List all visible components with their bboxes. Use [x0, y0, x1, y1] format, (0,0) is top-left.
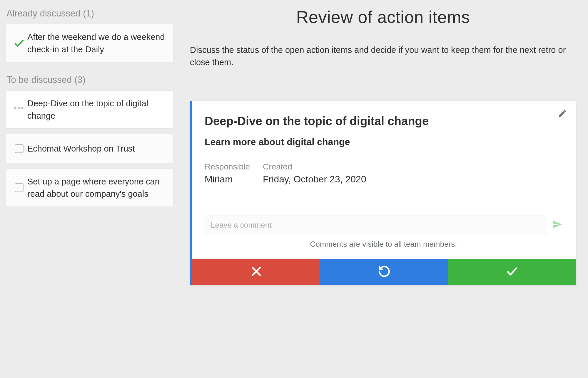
- comment-row: [205, 216, 562, 234]
- meta-label: Created: [263, 162, 366, 172]
- send-comment-button[interactable]: [552, 219, 562, 231]
- to-discuss-item[interactable]: ••• Deep-Dive on the topic of digital ch…: [5, 90, 173, 129]
- comment-visibility-note: Comments are visible to all team members…: [205, 240, 562, 249]
- meta-value: Miriam: [205, 174, 250, 185]
- meta-responsible: Responsible Miriam: [205, 162, 250, 185]
- checkbox-empty-icon[interactable]: [11, 144, 27, 153]
- list-item-label: Deep-Dive on the topic of digital change: [27, 97, 168, 122]
- checkmark-icon: [506, 265, 519, 279]
- defer-action-button[interactable]: [320, 259, 448, 285]
- ellipsis-icon: •••: [11, 105, 27, 114]
- app-root: Already discussed (1) After the weekend …: [0, 0, 588, 378]
- main-content: Review of action items Discuss the statu…: [179, 6, 583, 373]
- sidebar: Already discussed (1) After the weekend …: [5, 6, 179, 373]
- detail-meta: Responsible Miriam Created Friday, Octob…: [205, 162, 562, 185]
- meta-created: Created Friday, October 23, 2020: [263, 162, 366, 185]
- list-item-label: After the weekend we do a weekend check-…: [27, 31, 168, 56]
- close-action-button[interactable]: [192, 259, 320, 285]
- detail-body: Deep-Dive on the topic of digital change…: [192, 101, 576, 259]
- already-discussed-header: Already discussed (1): [6, 8, 173, 19]
- detail-subtitle: Learn more about digital change: [205, 137, 562, 147]
- page-description: Discuss the status of the open action it…: [190, 44, 576, 68]
- list-item-label: Echomat Workshop on Trust: [27, 142, 168, 155]
- meta-value: Friday, October 23, 2020: [263, 174, 366, 185]
- to-be-discussed-header: To be discussed (3): [6, 75, 173, 85]
- meta-label: Responsible: [205, 162, 250, 172]
- complete-action-button[interactable]: [448, 259, 576, 285]
- edit-button[interactable]: [558, 109, 567, 119]
- list-item-label: Set up a page where everyone can read ab…: [27, 175, 168, 200]
- action-item-detail-card: Deep-Dive on the topic of digital change…: [190, 101, 576, 285]
- close-icon: [250, 265, 263, 279]
- discussed-item[interactable]: After the weekend we do a weekend check-…: [5, 24, 173, 62]
- page-title: Review of action items: [190, 7, 576, 27]
- comment-input[interactable]: [205, 216, 546, 234]
- detail-title: Deep-Dive on the topic of digital change: [205, 115, 562, 128]
- refresh-icon: [378, 265, 391, 279]
- to-discuss-item[interactable]: Set up a page where everyone can read ab…: [5, 169, 173, 207]
- checkbox-empty-icon[interactable]: [11, 183, 27, 192]
- detail-footer-actions: [192, 259, 576, 285]
- to-discuss-item[interactable]: Echomat Workshop on Trust: [5, 134, 173, 163]
- checkmark-icon: [11, 37, 27, 49]
